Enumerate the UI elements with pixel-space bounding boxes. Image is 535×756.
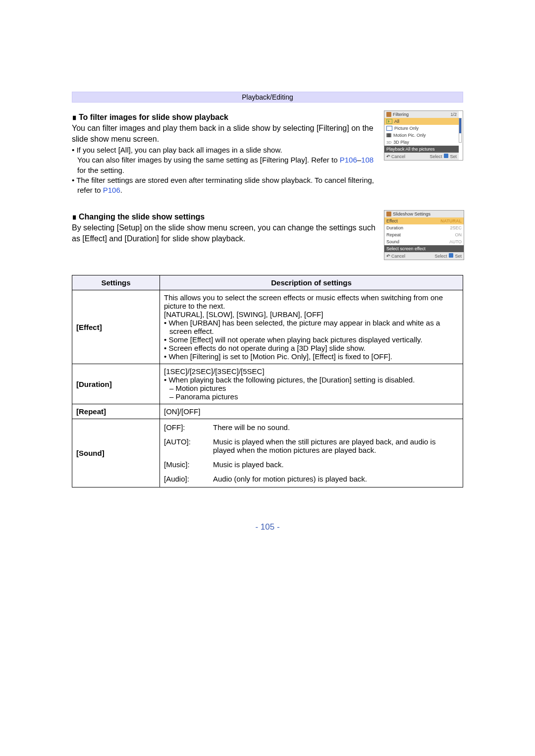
bullet-square-icon: ∎ <box>72 213 77 221</box>
breadcrumb: Playback/Editing <box>72 92 463 103</box>
section-body: By selecting [Setup] on the slide show m… <box>72 222 379 244</box>
scrollbar <box>459 118 462 143</box>
table-header-description: Description of settings <box>160 275 463 290</box>
page-number: - 105 - <box>72 522 463 532</box>
dpad-icon <box>449 253 453 258</box>
bullet-item: If you select [All], you can play back a… <box>72 145 379 175</box>
section-heading-filter: ∎To filter images for slide show playbac… <box>72 112 379 122</box>
table-row-duration: [Duration] [1SEC]/[2SEC]/[3SEC]/[5SEC] W… <box>72 364 463 404</box>
table-header-settings: Settings <box>72 275 160 290</box>
link-108[interactable]: 108 <box>361 156 374 164</box>
camera-menu-filtering: Filtering 1/2 All Picture Only Motion Pi… <box>384 110 463 161</box>
play-all-icon <box>386 119 392 124</box>
link-p106-b[interactable]: P106 <box>103 186 120 194</box>
picture-icon <box>386 126 392 131</box>
menu-item-all: All <box>384 118 459 125</box>
bullet-square-icon: ∎ <box>72 113 77 121</box>
bullet-item: The filter settings are stored even afte… <box>72 175 379 196</box>
sound-off-value: There will be no sound. <box>213 423 459 432</box>
settings-table: Settings Description of settings [Effect… <box>72 275 463 487</box>
menu-item-picture-only: Picture Only <box>384 125 459 132</box>
menu-item-3d-play: 3D3D Play <box>384 139 459 146</box>
menu-icon <box>386 112 391 117</box>
back-arrow-icon: ↶ <box>386 154 390 159</box>
menu-status: Playback All the pictures <box>384 146 459 153</box>
dpad-icon <box>444 154 448 158</box>
menu-item-repeat: RepeatON <box>384 231 464 238</box>
sound-audio-value: Audio (only for motion pictures) is play… <box>213 475 459 483</box>
menu-item-duration: Duration2SEC <box>384 224 464 231</box>
menu-cancel: ↶Cancel <box>386 254 405 259</box>
sound-music-key: [Music]: <box>164 460 206 469</box>
sound-off-key: [OFF]: <box>164 423 206 432</box>
sound-audio-key: [Audio]: <box>164 475 206 483</box>
page-indicator: 1/2 <box>450 112 457 117</box>
table-row-repeat: [Repeat] [ON]/[OFF] <box>72 404 463 419</box>
table-row-sound: [Sound] [OFF]: There will be no sound. [… <box>72 419 463 487</box>
menu-status: Select screen effect <box>384 245 464 252</box>
back-arrow-icon: ↶ <box>386 254 390 259</box>
menu-select-set: Select Set <box>429 154 457 159</box>
menu-item-motion-only: Motion Pic. Only <box>384 132 459 139</box>
camera-menu-slideshow-settings: Slideshow Settings EffectNATURAL Duratio… <box>384 210 464 260</box>
section-heading-change-settings: ∎Changing the slide show settings <box>72 212 379 221</box>
table-row-effect: [Effect] This allows you to select the s… <box>72 290 463 364</box>
menu-item-effect: EffectNATURAL <box>384 217 464 224</box>
link-p106[interactable]: P106 <box>340 156 357 164</box>
sound-auto-key: [AUTO]: <box>164 437 206 454</box>
sound-auto-value: Music is played when the still pictures … <box>213 437 459 454</box>
menu-item-sound: SoundAUTO <box>384 238 464 245</box>
menu-select-set: Select Set <box>434 253 462 259</box>
menu-cancel: ↶Cancel <box>386 154 405 159</box>
menu-icon <box>386 212 391 216</box>
section-body: You can filter images and play them back… <box>72 123 379 144</box>
movie-icon <box>386 133 391 137</box>
sound-music-value: Music is played back. <box>213 460 459 469</box>
